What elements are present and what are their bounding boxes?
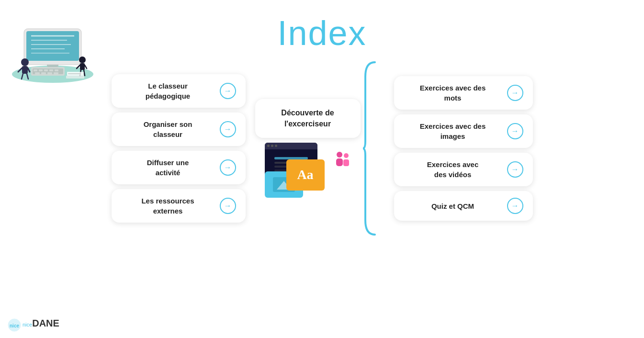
card-ressources[interactable]: Les ressourcesexternes → [112,189,246,223]
exercise-illustration: Aa [260,145,356,198]
card-images[interactable]: Exercices avec desimages → [394,114,533,148]
svg-point-42 [337,152,342,158]
card-videos[interactable]: Exercices avecdes vidéos → [394,153,533,186]
card-ressources-label: Les ressourcesexternes [121,196,215,216]
card-mots-label: Exercices avec desmots [404,83,502,103]
card-classeur-arrow[interactable]: → [220,83,236,99]
card-mots[interactable]: Exercices avec desmots → [394,76,533,110]
logo-text: niceDANE [23,318,59,332]
left-column: Le classeurpédagogique → Organiser soncl… [112,74,246,223]
card-quiz[interactable]: Quiz et QCM → [394,191,533,221]
card-mots-arrow[interactable]: → [507,85,523,101]
card-images-arrow[interactable]: → [507,123,523,139]
card-organiser[interactable]: Organiser sonclasseur → [112,113,246,146]
center-card-label: Découverte del'excerciseur [281,109,334,127]
svg-text:nice: nice [10,323,19,328]
card-classeur-label: Le classeurpédagogique [121,81,215,101]
card-classeur[interactable]: Le classeurpédagogique → [112,74,246,108]
svg-rect-43 [336,158,343,166]
card-diffuser-arrow[interactable]: → [220,159,236,176]
card-quiz-label: Quiz et QCM [404,201,502,211]
bracket-connector [361,57,389,239]
card-videos-label: Exercices avecdes vidéos [404,159,502,180]
person-illus [332,150,353,171]
center-column: Découverte del'excerciseur [255,99,361,198]
svg-point-44 [344,153,349,158]
card-videos-arrow[interactable]: → [507,161,523,178]
logo: nice niceDANE [8,318,59,332]
card-ressources-arrow[interactable]: → [220,198,236,214]
svg-rect-45 [343,159,349,166]
right-column: Exercices avec desmots → Exercices avec … [394,76,533,221]
aa-illus: Aa [286,159,325,191]
card-organiser-arrow[interactable]: → [220,121,236,137]
card-diffuser[interactable]: Diffuser uneactivité → [112,151,246,184]
card-diffuser-label: Diffuser uneactivité [121,158,215,178]
card-organiser-label: Organiser sonclasseur [121,119,215,139]
card-images-label: Exercices avec desimages [404,121,502,141]
card-quiz-arrow[interactable]: → [507,198,523,214]
main-layout: Le classeurpédagogique → Organiser soncl… [0,53,644,244]
center-card[interactable]: Découverte del'excerciseur [255,99,361,138]
